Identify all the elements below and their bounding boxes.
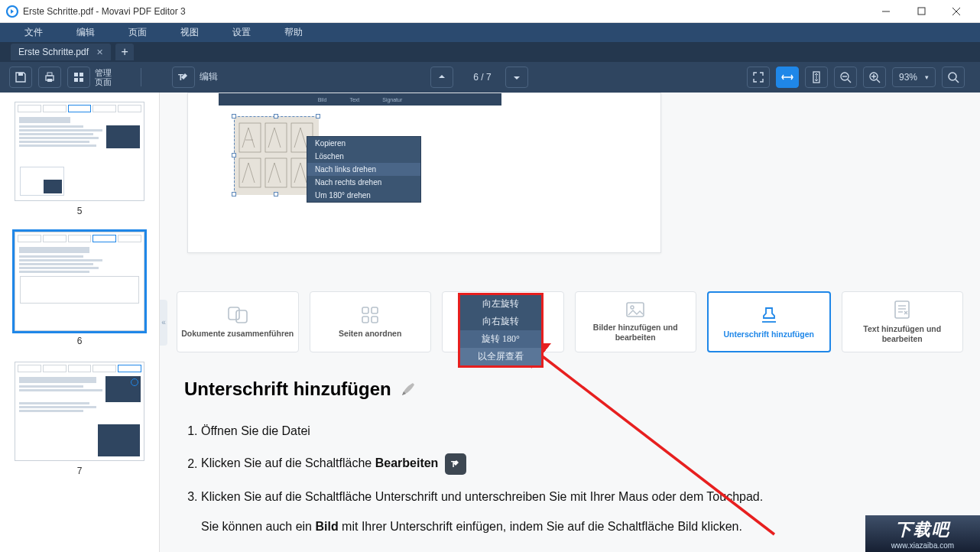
svg-rect-12 <box>80 78 83 82</box>
svg-rect-9 <box>74 73 78 76</box>
grid-icon <box>67 67 90 88</box>
svg-rect-10 <box>80 73 83 76</box>
thumbnail-sidebar: 5 6 7 <box>0 93 160 552</box>
search-button[interactable] <box>942 67 965 88</box>
menu-edit[interactable]: 编辑 <box>60 26 112 39</box>
ctx-rotate-180[interactable]: Um 180° drehen <box>307 189 420 202</box>
svg-rect-34 <box>372 307 378 313</box>
svg-rect-2 <box>918 8 925 15</box>
chevron-down-icon: ▾ <box>925 73 929 81</box>
tile-add-signature[interactable]: Unterschrift hinzufügen <box>707 291 831 352</box>
document-tab[interactable]: Erste Schritte.pdf ✕ <box>11 44 111 60</box>
watermark-text: 下载吧 <box>895 518 950 541</box>
tile-arrange-pages[interactable]: Seiten anordnen <box>310 291 432 352</box>
next-page-button[interactable] <box>505 67 528 88</box>
text-icon <box>893 300 911 320</box>
tool-tiles: Dokumente zusammenführen Seiten anordnen… <box>177 291 963 352</box>
svg-point-22 <box>949 73 956 80</box>
zoom-value: 93% <box>899 72 917 83</box>
step-1: Öffnen Sie die Datei <box>201 423 934 440</box>
thumb-number: 7 <box>77 466 83 476</box>
tile-label: Text hinzufügen und bearbeiten <box>842 324 963 343</box>
tile-add-text[interactable]: Text hinzufügen und bearbeiten <box>842 291 964 352</box>
fullscreen-button[interactable] <box>747 67 770 88</box>
ctx-rotate-right[interactable]: Nach rechts drehen <box>307 176 420 189</box>
stamp-icon <box>759 305 779 325</box>
watermark: 下载吧 www.xiazaiba.com <box>865 515 980 552</box>
new-tab-button[interactable]: + <box>115 44 134 60</box>
image-icon <box>625 301 645 318</box>
zoom-select[interactable]: 93% ▾ <box>892 67 936 87</box>
steps-list: Öffnen Sie die Datei Klicken Sie auf die… <box>184 423 934 506</box>
thumb-number: 5 <box>77 206 83 216</box>
arrange-icon <box>361 306 379 324</box>
fit-width-button[interactable] <box>776 67 799 88</box>
thumbnail-7[interactable]: 7 <box>0 362 159 476</box>
pen-icon <box>399 380 417 398</box>
svg-rect-36 <box>372 317 378 323</box>
svg-rect-5 <box>18 73 23 76</box>
thumb-number: 6 <box>77 336 83 346</box>
manage-pages-group[interactable]: 管理页面 <box>67 67 112 88</box>
print-button[interactable] <box>38 67 61 88</box>
edit-label: 编辑 <box>200 72 218 82</box>
menu-settings[interactable]: 设置 <box>216 26 268 39</box>
view-fullscreen-item[interactable]: 以全屏查看 <box>460 348 541 365</box>
content-section: Unterschrift hinzufügen Öffnen Sie die D… <box>184 378 934 534</box>
menu-file[interactable]: 文件 <box>8 26 60 39</box>
svg-rect-35 <box>362 317 368 323</box>
edit-mode-group[interactable]: T 编辑 <box>172 67 218 88</box>
tab-bar: Erste Schritte.pdf ✕ + <box>0 42 980 62</box>
minimize-button[interactable] <box>868 0 904 23</box>
selected-image[interactable] <box>234 116 318 194</box>
svg-rect-40 <box>895 301 909 318</box>
menu-view[interactable]: 视图 <box>164 26 216 39</box>
svg-rect-8 <box>47 79 52 82</box>
tile-label: Seiten anordnen <box>339 329 401 339</box>
svg-point-38 <box>631 306 634 309</box>
divider <box>141 68 141 86</box>
zoom-in-button[interactable] <box>863 67 886 88</box>
window-controls <box>868 0 974 23</box>
menu-bar: 文件 编辑 页面 视图 设置 帮助 <box>0 23 980 42</box>
ctx-delete[interactable]: Löschen <box>307 150 420 163</box>
page-indicator: 6 / 7 <box>473 72 491 83</box>
rotate-right-item[interactable]: 向右旋转 <box>460 313 541 330</box>
toolbar: 管理页面 T 编辑 6 / 7 93% ▾ <box>0 62 980 93</box>
tile-label: Dokumente zusammenführen <box>181 329 294 339</box>
tile-merge-documents[interactable]: Dokumente zusammenführen <box>177 291 299 352</box>
strip-label: Signatur <box>382 97 402 102</box>
strip-label: Bild <box>318 97 327 102</box>
ctx-rotate-left[interactable]: Nach links drehen <box>307 163 420 176</box>
rotate-180-item[interactable]: 旋转 180° <box>460 330 541 348</box>
document-preview-card: Bild Text Signatur <box>187 93 661 253</box>
menu-page[interactable]: 页面 <box>112 26 164 39</box>
menu-help[interactable]: 帮助 <box>268 26 320 39</box>
svg-line-17 <box>848 80 851 83</box>
merge-icon <box>227 306 248 324</box>
fit-page-button[interactable] <box>805 67 828 88</box>
svg-rect-31 <box>229 307 239 320</box>
thumbnail-5[interactable]: 5 <box>0 102 159 216</box>
app-icon <box>6 5 18 18</box>
heading-text: Unterschrift hinzufügen <box>184 378 391 400</box>
prev-page-button[interactable] <box>430 67 453 88</box>
document-view: Bild Text Signatur <box>160 93 980 552</box>
tile-label: Bilder hinzufügen und bearbeiten <box>576 323 696 342</box>
save-button[interactable] <box>9 67 32 88</box>
strip-label: Text <box>349 97 359 102</box>
zoom-out-button[interactable] <box>834 67 857 88</box>
tab-close-icon[interactable]: ✕ <box>96 47 103 57</box>
image-context-menu: Kopieren Löschen Nach links drehen Nach … <box>307 136 421 203</box>
svg-line-21 <box>877 80 880 83</box>
sidebar-collapse-handle[interactable]: « <box>160 300 167 346</box>
ctx-copy[interactable]: Kopieren <box>307 137 420 150</box>
maximize-button[interactable] <box>904 0 939 23</box>
edit-icon: T <box>172 67 195 88</box>
tile-add-images[interactable]: Bilder hinzufügen und bearbeiten <box>575 291 697 352</box>
rotate-left-item[interactable]: 向左旋转 <box>460 295 541 313</box>
close-button[interactable] <box>939 0 974 23</box>
rotate-overlay-menu: 向左旋转 向右旋转 旋转 180° 以全屏查看 <box>458 293 544 368</box>
tile-label: Unterschrift hinzufügen <box>724 330 814 339</box>
thumbnail-6[interactable]: 6 <box>0 232 159 346</box>
